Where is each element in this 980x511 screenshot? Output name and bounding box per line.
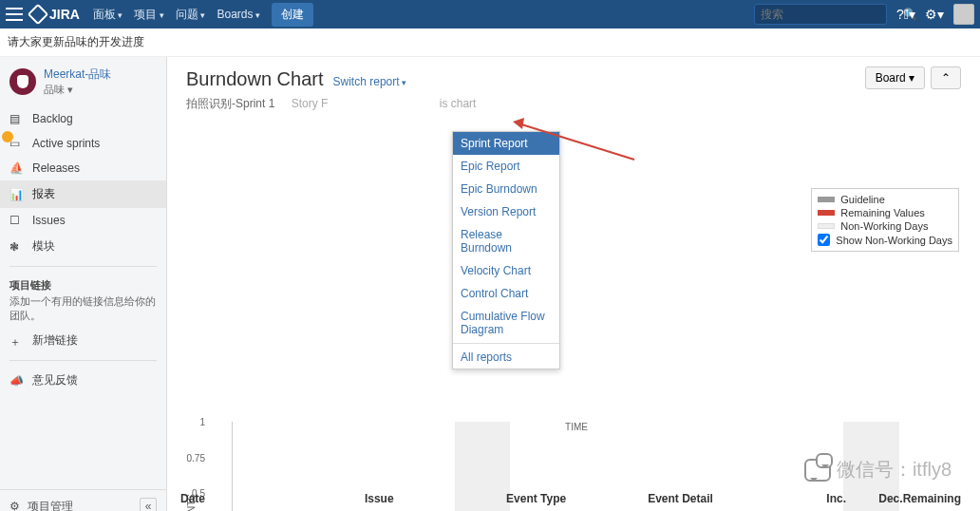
- sidebar: Meerkat-品味 品味 ▾ ▤Backlog▭Active sprints⛵…: [0, 57, 167, 511]
- nav-boards-3[interactable]: Boards: [217, 8, 260, 21]
- help-icon[interactable]: ?⃝▾: [896, 7, 915, 22]
- menu-icon[interactable]: [6, 8, 23, 21]
- sidebar-item-release[interactable]: ⛵Releases: [0, 156, 166, 180]
- report-option[interactable]: Epic Report: [453, 155, 559, 178]
- burndown-chart: STORY POINTS 10.750.50.250-0.25-0.5-0.75…: [192, 422, 961, 432]
- nav-boards-0[interactable]: 面板: [93, 7, 123, 23]
- search-input[interactable]: [761, 8, 903, 21]
- chart-legend: Guideline Remaining Values Non-Working D…: [811, 188, 959, 252]
- sidebar-item-sprint[interactable]: ▭Active sprints: [0, 131, 166, 156]
- project-type[interactable]: 品味 ▾: [44, 83, 111, 97]
- plus-icon: ＋: [9, 334, 23, 348]
- scroll-top-button[interactable]: ⌃: [931, 66, 961, 89]
- report-option[interactable]: Epic Burndown: [453, 178, 559, 200]
- legend-nonwork-swatch: [818, 223, 835, 229]
- backlog-icon: ▤: [9, 112, 23, 125]
- board-button[interactable]: Board ▾: [865, 66, 925, 89]
- report-option[interactable]: Sprint Report: [453, 132, 559, 155]
- report-icon: 📊: [9, 188, 23, 201]
- project-name: Meerkat-品味: [44, 66, 111, 83]
- switch-report-dropdown[interactable]: Switch report: [333, 75, 407, 88]
- sidebar-links-text: 添加一个有用的链接信息给你的团队。: [0, 294, 166, 327]
- report-dropdown-menu: Sprint ReportEpic ReportEpic BurndownVer…: [452, 131, 560, 369]
- nav-boards-1[interactable]: 项目: [134, 7, 164, 23]
- nav-boards-2[interactable]: 问题: [176, 7, 206, 23]
- report-option[interactable]: Release Burndown: [453, 223, 559, 259]
- chart-meta: 拍照识别-Sprint 1 Story F is chart: [186, 96, 961, 112]
- svg-marker-1: [513, 118, 524, 129]
- report-option[interactable]: Version Report: [453, 200, 559, 223]
- project-icon: [9, 68, 36, 95]
- jira-logo[interactable]: JIRA: [30, 7, 80, 22]
- all-reports-link[interactable]: All reports: [453, 346, 559, 369]
- main-content: Burndown Chart Switch report Board ▾ ⌃ 拍…: [167, 57, 980, 511]
- release-icon: ⛵: [9, 161, 23, 175]
- legend-guideline-swatch: [818, 197, 835, 202]
- sidebar-bottom[interactable]: ⚙ 项目管理 «: [0, 489, 166, 511]
- sidebar-item-report[interactable]: 📊报表: [0, 180, 166, 208]
- events-table-header: Date Issue Event Type Event Detail Inc. …: [180, 492, 961, 505]
- announcement-bar: 请大家更新品味的开发进度: [0, 28, 980, 57]
- sidebar-item-issues[interactable]: ☐Issues: [0, 208, 166, 233]
- sidebar-feedback[interactable]: 📣意见反馈: [0, 367, 166, 394]
- sidebar-add-link[interactable]: ＋新增链接: [0, 327, 166, 354]
- search-box[interactable]: 🔍: [754, 4, 887, 25]
- show-nonworking-checkbox[interactable]: [818, 234, 830, 246]
- avatar[interactable]: [953, 4, 974, 25]
- megaphone-icon: 📣: [9, 374, 23, 388]
- sidebar-item-backlog[interactable]: ▤Backlog: [0, 106, 166, 131]
- module-icon: ❃: [9, 240, 23, 254]
- sidebar-item-module[interactable]: ❃模块: [0, 233, 166, 260]
- issues-icon: ☐: [9, 214, 23, 227]
- gear-icon[interactable]: ⚙▾: [925, 7, 944, 22]
- report-option[interactable]: Velocity Chart: [453, 259, 559, 282]
- create-button[interactable]: 创建: [272, 3, 313, 27]
- page-title: Burndown Chart: [186, 68, 324, 90]
- report-option[interactable]: Cumulative Flow Diagram: [453, 305, 559, 341]
- report-option[interactable]: Control Chart: [453, 282, 559, 305]
- notification-badge: [2, 131, 13, 142]
- collapse-icon[interactable]: «: [140, 498, 157, 511]
- legend-remaining-swatch: [818, 210, 835, 216]
- top-nav: JIRA 面板 项目 问题 Boards 创建 🔍 ?⃝▾ ⚙▾: [0, 0, 980, 28]
- gear-icon: ⚙: [9, 500, 20, 511]
- sidebar-links-head: 项目链接: [0, 273, 166, 294]
- project-header[interactable]: Meerkat-品味 品味 ▾: [0, 57, 166, 106]
